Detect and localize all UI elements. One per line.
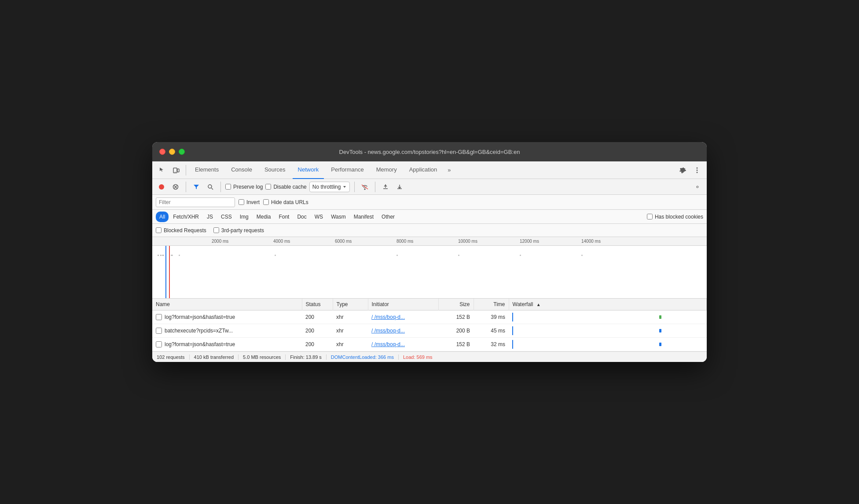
tab-performance[interactable]: Performance (326, 161, 369, 179)
ruler-8000: 8000 ms (396, 239, 413, 244)
preserve-log-label[interactable]: Preserve log (225, 184, 263, 190)
device-toolbar-button[interactable] (170, 164, 182, 176)
close-button[interactable] (159, 149, 165, 155)
tab-console[interactable]: Console (226, 161, 257, 179)
row-checkbox-0[interactable] (156, 314, 162, 320)
type-btn-font[interactable]: Font (275, 212, 293, 222)
type-btn-doc[interactable]: Doc (294, 212, 310, 222)
finish-time: Finish: 13.89 s (286, 354, 327, 360)
tab-network[interactable]: Network (293, 161, 324, 179)
tab-application[interactable]: Application (404, 161, 443, 179)
type-btn-manifest[interactable]: Manifest (350, 212, 377, 222)
filter-input[interactable] (156, 197, 235, 207)
row-status-0: 200 (302, 310, 333, 324)
row-name-1: batchexecute?rpcids=xZTw... (165, 328, 233, 334)
row-size-1: 200 B (438, 324, 474, 338)
type-btn-all[interactable]: All (156, 212, 169, 222)
table-row[interactable]: batchexecute?rpcids=xZTw... 200xhr/ /mss… (152, 324, 707, 338)
type-btn-fetch-xhr[interactable]: Fetch/XHR (169, 212, 202, 222)
th-type[interactable]: Type (333, 299, 368, 310)
row-time-0: 39 ms (474, 310, 509, 324)
svg-point-6 (159, 184, 164, 190)
blocked-requests-checkbox[interactable] (156, 227, 162, 233)
clear-button[interactable] (170, 181, 181, 193)
type-btn-media[interactable]: Media (253, 212, 275, 222)
has-blocked-cookies-label[interactable]: Has blocked cookies (647, 214, 703, 220)
row-initiator-2[interactable]: / /mss/boq-d... (368, 338, 438, 351)
search-button[interactable] (205, 181, 216, 193)
tab-sources[interactable]: Sources (259, 161, 291, 179)
ruler-10000: 10000 ms (458, 239, 477, 244)
row-checkbox-2[interactable] (156, 341, 162, 347)
row-initiator-1[interactable]: / /mss/boq-d... (368, 324, 438, 338)
network-toolbar: Preserve log Disable cache No throttling (152, 179, 707, 195)
svg-point-3 (697, 167, 698, 168)
th-status[interactable]: Status (302, 299, 333, 310)
blocked-requests-label[interactable]: Blocked Requests (156, 227, 206, 234)
record-button[interactable] (156, 181, 167, 193)
tab-elements[interactable]: Elements (190, 161, 224, 179)
type-btn-wasm[interactable]: Wasm (327, 212, 349, 222)
hide-data-urls-checkbox[interactable] (263, 199, 269, 205)
row-size-0: 152 B (438, 310, 474, 324)
svg-rect-1 (177, 169, 179, 172)
minimize-button[interactable] (169, 149, 175, 155)
th-waterfall[interactable]: Waterfall ▲ (509, 299, 707, 310)
svg-point-4 (697, 169, 698, 171)
third-party-checkbox[interactable] (213, 227, 219, 233)
more-options-button[interactable] (691, 164, 703, 176)
disable-cache-label[interactable]: Disable cache (265, 184, 306, 190)
row-waterfall-2 (509, 338, 707, 351)
settings-button[interactable] (677, 164, 689, 176)
throttle-select[interactable]: No throttling (309, 182, 350, 192)
type-btn-ws[interactable]: WS (311, 212, 327, 222)
hide-data-urls-label[interactable]: Hide data URLs (263, 199, 308, 205)
timeline-dot-8 (458, 255, 459, 256)
svg-point-5 (697, 172, 698, 173)
timeline-dot-2 (160, 255, 162, 256)
table-container[interactable]: Name Status Type Initiator Size (152, 299, 707, 351)
preserve-log-checkbox[interactable] (225, 184, 231, 190)
network-settings-button[interactable] (692, 181, 703, 193)
th-name[interactable]: Name (152, 299, 302, 310)
timeline-dot-10 (581, 255, 583, 256)
type-btn-other[interactable]: Other (378, 212, 398, 222)
th-time[interactable]: Time (474, 299, 509, 310)
load-time[interactable]: Load: 569 ms (399, 354, 437, 360)
dom-content-loaded-time[interactable]: DOMContentLoaded: 366 ms (327, 354, 399, 360)
has-blocked-cookies-checkbox[interactable] (647, 214, 653, 219)
row-name-2: log?format=json&hasfast=true (165, 341, 235, 347)
divider-5 (375, 182, 375, 192)
type-btn-js[interactable]: JS (203, 212, 217, 222)
third-party-label[interactable]: 3rd-party requests (213, 227, 264, 234)
inspect-element-button[interactable] (156, 164, 168, 176)
filter-button[interactable] (191, 181, 202, 193)
online-status-button[interactable] (359, 181, 371, 193)
th-initiator[interactable]: Initiator (368, 299, 438, 310)
name-cell: batchexecute?rpcids=xZTw... (156, 328, 298, 334)
transferred-size: 410 kB transferred (190, 354, 239, 360)
disable-cache-checkbox[interactable] (265, 184, 271, 190)
invert-label[interactable]: Invert (239, 199, 260, 205)
row-checkbox-1[interactable] (156, 328, 162, 334)
timeline-dot-9 (520, 255, 521, 256)
type-btn-img[interactable]: Img (236, 212, 252, 222)
svg-point-10 (208, 185, 212, 188)
type-btn-css[interactable]: CSS (217, 212, 235, 222)
row-waterfall-0 (509, 310, 707, 324)
import-har-button[interactable] (380, 181, 391, 193)
timeline-area[interactable]: 2000 ms 4000 ms 6000 ms 8000 ms 10000 ms… (152, 237, 707, 299)
sort-arrow: ▲ (536, 302, 541, 307)
tab-memory[interactable]: Memory (371, 161, 402, 179)
ruler-14000: 14000 ms (581, 239, 601, 244)
ruler-12000: 12000 ms (520, 239, 539, 244)
maximize-button[interactable] (179, 149, 185, 155)
timeline-dot-1 (158, 255, 159, 256)
more-tabs-button[interactable]: » (444, 164, 454, 176)
invert-checkbox[interactable] (239, 199, 244, 205)
export-har-button[interactable] (394, 181, 405, 193)
table-row[interactable]: log?format=json&hasfast=true 200xhr/ /ms… (152, 310, 707, 324)
table-row[interactable]: log?format=json&hasfast=true 200xhr/ /ms… (152, 338, 707, 351)
row-initiator-0[interactable]: / /mss/boq-d... (368, 310, 438, 324)
th-size[interactable]: Size (438, 299, 474, 310)
